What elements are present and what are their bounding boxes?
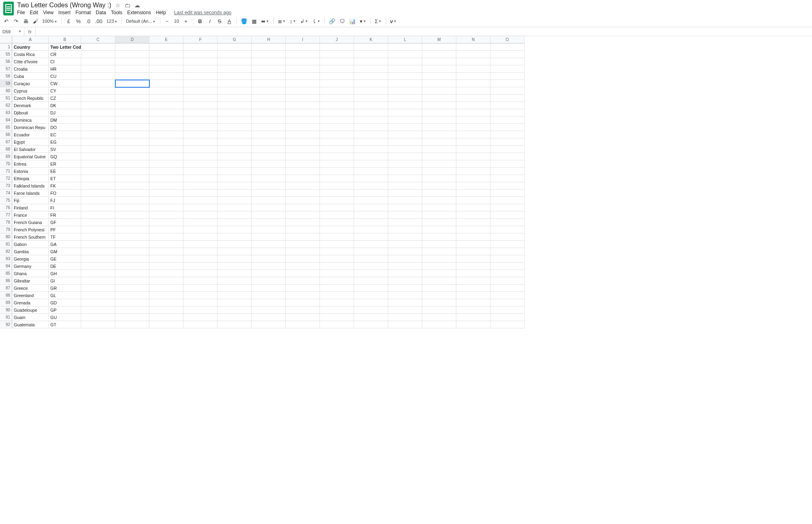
cell-M60[interactable] (422, 87, 456, 95)
cell-G77[interactable] (218, 211, 252, 219)
cell-K59[interactable] (354, 80, 388, 87)
cell-A91[interactable]: Guam (12, 314, 49, 321)
cloud-status-icon[interactable]: ☁ (134, 2, 140, 9)
cell-E65[interactable] (149, 124, 184, 131)
cell-K80[interactable] (354, 233, 388, 241)
cell-O81[interactable] (490, 241, 525, 248)
row-header-56[interactable]: 56 (0, 58, 12, 65)
cell-D56[interactable] (115, 58, 149, 65)
cell-O78[interactable] (490, 219, 525, 226)
row-header-64[interactable]: 64 (0, 116, 12, 124)
vert-align-icon[interactable]: ↕▼ (290, 17, 296, 25)
cell-L79[interactable] (388, 226, 422, 233)
font-size-plus-button[interactable]: + (183, 17, 189, 25)
cell-K76[interactable] (354, 204, 388, 211)
cell-G88[interactable] (218, 292, 252, 299)
cell-G57[interactable] (218, 65, 252, 73)
cell-O88[interactable] (490, 292, 525, 299)
cell-K85[interactable] (354, 270, 388, 277)
menu-view[interactable]: View (43, 10, 54, 15)
cell-A80[interactable]: French Southern (12, 233, 49, 241)
cell-A79[interactable]: French Polynesi (12, 226, 49, 233)
cell-N68[interactable] (456, 146, 490, 153)
cell-K66[interactable] (354, 131, 388, 138)
cell-O85[interactable] (490, 270, 525, 277)
cell-C62[interactable] (81, 102, 115, 109)
cell-N55[interactable] (456, 51, 490, 58)
cell-M72[interactable] (422, 175, 456, 182)
cell-C56[interactable] (81, 58, 115, 65)
cell-F79[interactable] (184, 226, 218, 233)
cell-D70[interactable] (115, 160, 149, 168)
cell-A78[interactable]: French Guiana (12, 219, 49, 226)
row-header-70[interactable]: 70 (0, 160, 12, 168)
cell-O80[interactable] (490, 233, 525, 241)
cell-E85[interactable] (149, 270, 184, 277)
cell-M91[interactable] (422, 314, 456, 321)
cell-K55[interactable] (354, 51, 388, 58)
cell-L60[interactable] (388, 87, 422, 95)
cell-F90[interactable] (184, 306, 218, 314)
cell-F72[interactable] (184, 175, 218, 182)
cell-A1[interactable]: Country (12, 43, 49, 51)
cell-B73[interactable]: FK (49, 182, 81, 190)
cell-N85[interactable] (456, 270, 490, 277)
cell-I79[interactable] (286, 226, 320, 233)
cell-E91[interactable] (149, 314, 184, 321)
cell-C55[interactable] (81, 51, 115, 58)
cell-I80[interactable] (286, 233, 320, 241)
cell-O82[interactable] (490, 248, 525, 255)
cell-A84[interactable]: Germany (12, 263, 49, 270)
cell-M81[interactable] (422, 241, 456, 248)
cell-F71[interactable] (184, 168, 218, 175)
cell-B1[interactable]: Two Letter Code (49, 43, 81, 51)
cell-C1[interactable] (81, 43, 115, 51)
cell-C76[interactable] (81, 204, 115, 211)
font-size-minus-button[interactable]: − (164, 17, 170, 25)
cell-M89[interactable] (422, 299, 456, 306)
cell-G78[interactable] (218, 219, 252, 226)
cell-O64[interactable] (490, 116, 525, 124)
row-header-82[interactable]: 82 (0, 248, 12, 255)
cell-A76[interactable]: Finland (12, 204, 49, 211)
col-header-H[interactable]: H (252, 36, 286, 43)
cell-D65[interactable] (115, 124, 149, 131)
cell-G82[interactable] (218, 248, 252, 255)
cell-J72[interactable] (320, 175, 354, 182)
row-header-58[interactable]: 58 (0, 73, 12, 80)
cell-I63[interactable] (286, 109, 320, 116)
cell-K88[interactable] (354, 292, 388, 299)
cell-E67[interactable] (149, 138, 184, 146)
cell-C78[interactable] (81, 219, 115, 226)
cell-B74[interactable]: FO (49, 190, 81, 197)
cell-A69[interactable]: Equatorial Guine (12, 153, 49, 160)
cell-C59[interactable] (81, 80, 115, 87)
paint-format-icon[interactable]: 🖌 (32, 17, 38, 25)
cell-L66[interactable] (388, 131, 422, 138)
cell-M69[interactable] (422, 153, 456, 160)
cell-C80[interactable] (81, 233, 115, 241)
row-header-74[interactable]: 74 (0, 190, 12, 197)
cell-D79[interactable] (115, 226, 149, 233)
cell-K75[interactable] (354, 197, 388, 204)
cell-H69[interactable] (252, 153, 286, 160)
cell-M55[interactable] (422, 51, 456, 58)
cell-K78[interactable] (354, 219, 388, 226)
cell-C79[interactable] (81, 226, 115, 233)
cell-D59[interactable] (115, 80, 149, 87)
cell-E88[interactable] (149, 292, 184, 299)
cell-I58[interactable] (286, 73, 320, 80)
cell-H67[interactable] (252, 138, 286, 146)
cell-A82[interactable]: Gambia (12, 248, 49, 255)
cell-E75[interactable] (149, 197, 184, 204)
cell-K57[interactable] (354, 65, 388, 73)
cell-M83[interactable] (422, 255, 456, 263)
cell-C84[interactable] (81, 263, 115, 270)
cell-K92[interactable] (354, 321, 388, 328)
cell-O87[interactable] (490, 285, 525, 292)
col-header-J[interactable]: J (320, 36, 354, 43)
cell-I90[interactable] (286, 306, 320, 314)
menu-file[interactable]: File (17, 10, 25, 15)
cell-K56[interactable] (354, 58, 388, 65)
cell-D90[interactable] (115, 306, 149, 314)
